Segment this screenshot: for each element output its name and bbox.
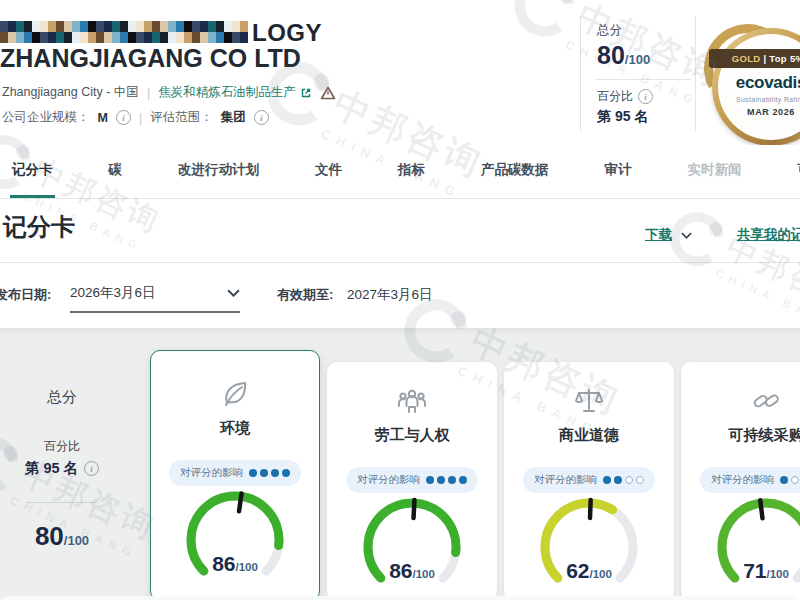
total-score-box: 总分 80/100 百分比 i 第 95 名: [580, 16, 696, 132]
impact-dots: [603, 476, 644, 484]
info-icon[interactable]: i: [638, 89, 653, 104]
link-icon: [749, 384, 783, 418]
tab-indicators[interactable]: 指标: [396, 145, 427, 198]
info-icon[interactable]: i: [84, 461, 99, 476]
impact-dots: [426, 476, 467, 484]
theme-card-labor-human-rights[interactable]: 劳工与人权 对评分的影响 86/100: [327, 362, 497, 600]
theme-title: 可持续采购: [681, 426, 800, 445]
scales-icon: [572, 384, 606, 418]
theme-card-environment[interactable]: 环境 对评分的影响 86/100: [150, 350, 320, 600]
medal-subtitle: Sustainability Rating: [712, 96, 800, 103]
redacted-pixel: [48, 21, 56, 32]
redacted-pixel: [120, 21, 128, 32]
theme-card-sustainable-procurement[interactable]: 可持续采购 对评分的影响 71/100: [681, 362, 800, 600]
redacted-pixel: [200, 32, 208, 43]
redacted-pixel: [160, 21, 168, 32]
share-scorecard-link[interactable]: 共享我的记分卡: [737, 226, 800, 244]
tab-scorecard[interactable]: 记分卡: [10, 145, 55, 198]
redacted-pixel: [224, 32, 232, 43]
ecovadis-medal: GOLD| Top 5% ecovadis Sustainability Rat…: [712, 28, 800, 146]
impact-dot-filled: [260, 469, 268, 477]
summary-score-label: 总分: [8, 388, 116, 407]
summary-score-value: 80: [35, 521, 64, 551]
info-icon[interactable]: i: [116, 110, 131, 125]
impact-pill: 对评分的影响: [523, 467, 655, 493]
redacted-pixel: [128, 21, 136, 32]
ecovadis-logo: ecovadis: [712, 73, 800, 93]
impact-dot-filled: [780, 476, 788, 484]
tab-improvement-plan[interactable]: 改进行动计划: [176, 145, 261, 198]
redacted-pixel: [56, 32, 64, 43]
redacted-pixel: [192, 32, 200, 43]
theme-gauge: 62/100: [524, 497, 654, 589]
impact-label: 对评分的影响: [534, 473, 597, 487]
impact-dot-filled: [282, 469, 290, 477]
tab-sustainable-development[interactable]: 可持续发展: [796, 145, 800, 198]
info-icon[interactable]: i: [254, 110, 269, 125]
redacted-pixel: [160, 32, 168, 43]
theme-card-business-ethics[interactable]: 商业道德 对评分的影响 62/100: [504, 362, 674, 600]
industry-link[interactable]: 焦炭和精炼石油制品生产: [158, 84, 312, 101]
redacted-pixel: [136, 32, 144, 43]
redacted-pixel: [96, 32, 104, 43]
impact-dot-filled: [448, 476, 456, 484]
redacted-pixel: [88, 21, 96, 32]
publish-date-label: 发布日期:: [0, 286, 51, 304]
date-filter-row: 发布日期: 2026年3月6日 有效期至: 2027年3月6日: [0, 263, 800, 328]
redacted-pixel: [112, 21, 120, 32]
theme-title: 商业道德: [504, 426, 674, 445]
redacted-pixel: [136, 21, 144, 32]
impact-dot-filled: [437, 476, 445, 484]
theme-score: 86: [389, 559, 412, 582]
gauge-marker: [414, 500, 415, 518]
valid-until-label: 有效期至:: [277, 286, 333, 304]
impact-dot-empty: [636, 476, 644, 484]
impact-dot-empty: [791, 476, 799, 484]
redacted-pixel: [8, 32, 16, 43]
redacted-pixel: [8, 21, 16, 32]
page-title: 记分卡: [3, 211, 75, 243]
medal-date: MAR 2026: [712, 107, 800, 117]
tab-documents[interactable]: 文件: [313, 145, 344, 198]
redacted-pixel: [56, 21, 64, 32]
redacted-pixel: [216, 32, 224, 43]
theme-gauge: 86/100: [170, 490, 300, 582]
redacted-pixel: [16, 32, 24, 43]
divider: [595, 79, 691, 80]
redacted-pixel: [152, 21, 160, 32]
chinabang-logo-icon: [503, 0, 583, 46]
redacted-pixel: [80, 32, 88, 43]
tab-audit[interactable]: 审计: [603, 145, 634, 198]
download-button[interactable]: 下载: [645, 226, 692, 244]
redacted-pixel: [32, 21, 40, 32]
publish-date-select[interactable]: 2026年3月6日: [70, 284, 240, 313]
gauge-marker: [239, 493, 242, 511]
redacted-pixel: [24, 21, 32, 32]
tab-live-news: 实时新闻: [686, 145, 744, 198]
redacted-pixel: [168, 21, 176, 32]
redacted-pixel: [0, 21, 8, 32]
company-size-value: M: [98, 111, 108, 125]
redacted-pixel: [240, 32, 248, 43]
percentile-value: 第 95 名: [597, 108, 695, 126]
scorecard-page: LOGY ZHANGJIAGANG CO LTD Zhangjiagang Ci…: [0, 0, 800, 600]
redacted-pixel: [80, 21, 88, 32]
impact-dot-filled: [459, 476, 467, 484]
redacted-pixel: [232, 32, 240, 43]
redacted-pixel: [112, 32, 120, 43]
redacted-pixel: [32, 32, 40, 43]
redacted-pixel: [184, 32, 192, 43]
redacted-pixel: [240, 21, 248, 32]
impact-label: 对评分的影响: [711, 473, 774, 487]
tab-carbon[interactable]: 碳: [107, 145, 125, 198]
chevron-down-icon: [227, 289, 240, 297]
tab-product-carbon-data[interactable]: 产品碳数据: [479, 145, 551, 198]
impact-dot-filled: [271, 469, 279, 477]
total-score-value: 80: [597, 41, 625, 69]
redacted-pixel: [216, 21, 224, 32]
warning-icon[interactable]: [320, 86, 336, 100]
redacted-pixel: [144, 32, 152, 43]
redacted-pixel: [104, 32, 112, 43]
impact-dots: [249, 469, 290, 477]
valid-until-value: 2027年3月6日: [347, 286, 433, 304]
